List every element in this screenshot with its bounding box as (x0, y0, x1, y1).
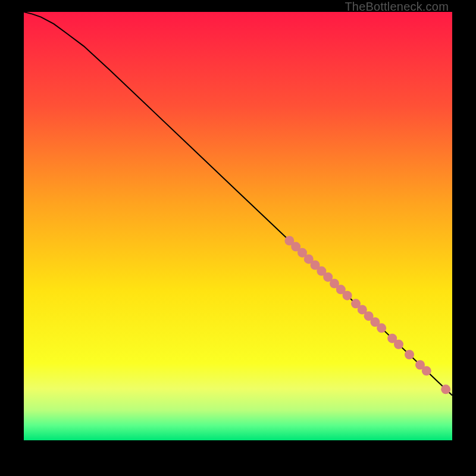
chart-background-gradient (24, 12, 452, 440)
chart-marker (441, 384, 450, 394)
chart-marker (422, 366, 431, 375)
chart-marker (405, 350, 414, 359)
chart-marker (377, 323, 386, 333)
chart-svg (24, 12, 452, 440)
chart-marker (394, 340, 403, 349)
chart-marker (343, 291, 352, 300)
chart-plot-area (24, 12, 452, 440)
